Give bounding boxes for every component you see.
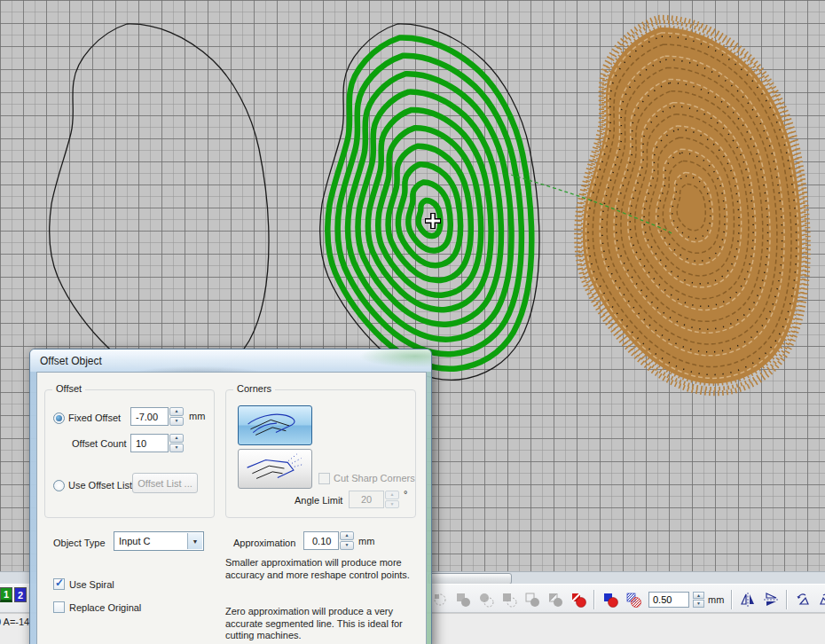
approximation-value: 0.10 (312, 536, 331, 546)
overlap-distance-value: 0.50 (653, 594, 672, 605)
object-type-value: Input C (119, 536, 150, 546)
use-offset-list-label: Use Offset List (68, 480, 132, 491)
fixed-offset-value: -7.00 (136, 412, 158, 422)
dialog-body: Offset Fixed Offset -7.00 ▲▼ mm Offset C… (36, 372, 427, 644)
sharp-corners-button[interactable] (238, 449, 312, 489)
toolbar-separator (731, 590, 733, 609)
offset-count-label: Offset Count (72, 438, 127, 449)
approximation-note-2: Zero approximation will produce a very a… (225, 606, 419, 642)
spin-up-icon[interactable]: ▲ (169, 407, 184, 416)
spin-up-icon[interactable]: ▲ (340, 531, 354, 540)
dialog-title: Offset Object (40, 355, 102, 367)
intersect-tool-icon[interactable] (478, 592, 494, 608)
approximation-label: Approximation (233, 538, 295, 548)
toolbar-separator (786, 590, 788, 609)
fixed-offset-radio[interactable] (53, 412, 65, 424)
approximation-unit: mm (358, 536, 374, 546)
approximation-note-1: Smaller approximation will produce more … (225, 557, 419, 581)
combine-tool-icon[interactable] (547, 592, 563, 608)
spin-up-icon[interactable]: ▲ (385, 491, 399, 499)
replace-original-checkbox[interactable] (53, 601, 65, 613)
approximation-field[interactable]: 0.10 (303, 531, 339, 550)
mirror-vertical-icon[interactable] (763, 592, 779, 608)
fixed-offset-label: Fixed Offset (68, 412, 121, 423)
spin-down-icon[interactable]: ▼ (169, 444, 184, 452)
offset-count-value: 10 (136, 438, 146, 449)
offset-object-dialog: Offset Object Offset Fixed Offset -7.00 … (29, 349, 432, 644)
fixed-offset-unit: mm (189, 411, 205, 421)
offset-count-spinner[interactable]: ▲▼ (169, 434, 184, 452)
overlap-pattern-icon[interactable] (625, 592, 641, 608)
cut-sharp-corners-label: Cut Sharp Corners (334, 473, 415, 483)
spin-down-icon[interactable]: ▼ (385, 500, 399, 509)
corners-group-label: Corners (233, 383, 275, 394)
chevron-down-icon[interactable]: ▼ (187, 533, 202, 549)
overlap-distance-spinner[interactable]: ▲ ▼ (693, 592, 704, 608)
thread-color-2[interactable]: 2 (14, 587, 27, 602)
use-spiral-checkbox[interactable] (53, 578, 65, 590)
spin-up-icon[interactable]: ▲ (169, 434, 184, 443)
object-type-combobox[interactable]: Input C ▼ (114, 531, 204, 551)
use-spiral-label: Use Spiral (69, 579, 114, 590)
toolbar-separator (593, 590, 595, 609)
trim-tool-icon[interactable] (455, 592, 471, 608)
outline-shape[interactable] (50, 24, 269, 380)
cut-sharp-corners-checkbox[interactable] (318, 473, 330, 484)
dialog-title-bar[interactable]: Offset Object (30, 349, 431, 372)
remove-overlap-icon[interactable] (570, 592, 586, 608)
round-corners-icon (241, 409, 309, 443)
stitched-shape[interactable] (577, 18, 808, 394)
thread-color-palette: 1 2 (0, 587, 27, 602)
angle-limit-label: Angle Limit (295, 495, 342, 506)
overlap-distance-unit: mm (708, 594, 724, 605)
spin-down-icon[interactable]: ▼ (340, 541, 354, 550)
offset-group-label: Offset (52, 383, 85, 394)
fixed-offset-field[interactable]: -7.00 (130, 407, 169, 426)
use-offset-list-radio[interactable] (53, 480, 65, 491)
spin-down-icon[interactable]: ▼ (693, 600, 704, 608)
angle-limit-unit: ° (404, 489, 407, 499)
thread-color-1[interactable]: 1 (0, 587, 12, 602)
spin-down-icon[interactable]: ▼ (169, 417, 184, 426)
overlap-objects-icon[interactable] (602, 592, 618, 608)
fixed-offset-spinner[interactable]: ▲▼ (169, 407, 184, 426)
offset-count-field[interactable]: 10 (130, 434, 169, 452)
offset-list-button-label: Offset List ... (138, 478, 192, 489)
subtract-tool-icon[interactable] (501, 592, 517, 608)
offset-list-button[interactable]: Offset List ... (132, 473, 198, 493)
object-type-label: Object Type (53, 538, 106, 548)
angle-limit-field[interactable]: 20 (349, 491, 384, 508)
overlap-distance-field[interactable]: 0.50 (648, 592, 689, 608)
angle-limit-value: 20 (361, 494, 372, 505)
weld-tool-icon[interactable] (432, 592, 448, 608)
spin-up-icon[interactable]: ▲ (693, 592, 704, 600)
rotate-left-icon[interactable] (795, 592, 811, 608)
spiral-offset-shape[interactable] (320, 24, 539, 380)
sharp-corners-icon (241, 452, 309, 486)
round-corners-button[interactable] (238, 405, 312, 445)
approximation-spinner[interactable]: ▲▼ (340, 531, 354, 550)
angle-limit-spinner[interactable]: ▲▼ (385, 491, 399, 508)
rotate-right-icon[interactable] (818, 592, 825, 608)
replace-original-label: Replace Original (69, 602, 141, 613)
status-angle-readout: 0 A=-14 (0, 617, 29, 627)
offset-group: Offset (44, 389, 215, 518)
mirror-horizontal-icon[interactable] (740, 592, 756, 608)
exclude-tool-icon[interactable] (524, 592, 540, 608)
